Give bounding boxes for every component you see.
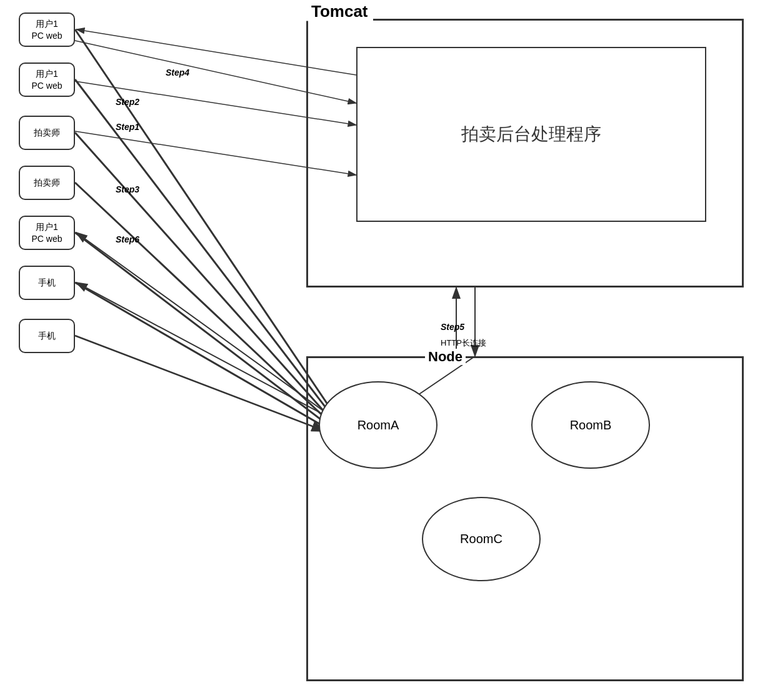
step2-label: Step2	[116, 97, 139, 107]
svg-line-14	[75, 336, 326, 431]
backend-box: 拍卖后台处理程序	[356, 47, 706, 222]
room-a: RoomA	[319, 381, 438, 469]
client-mobile-2: 手机	[19, 319, 75, 353]
step4-label: Step4	[166, 68, 189, 78]
room-b: RoomB	[531, 381, 650, 469]
client-user1-pcweb-2: 用户1 PC web	[19, 62, 75, 97]
room-c: RoomC	[422, 497, 541, 581]
client-mobile-1: 手机	[19, 266, 75, 300]
step6-label: Step6	[116, 234, 139, 244]
svg-line-11	[75, 182, 329, 422]
svg-line-9	[75, 79, 332, 416]
svg-line-10	[75, 132, 331, 419]
http-label: HTTP长连接	[441, 338, 486, 349]
step3-label: Step3	[116, 184, 139, 194]
svg-line-8	[75, 29, 333, 412]
client-user1-pcweb-3: 用户1 PC web	[19, 216, 75, 250]
svg-line-13	[75, 282, 327, 428]
svg-line-15	[76, 232, 326, 412]
svg-line-16	[76, 282, 326, 416]
step5-label: Step5	[441, 322, 464, 332]
client-auctioneer-2: 拍卖师	[19, 166, 75, 200]
diagram-container: Tomcat 拍卖后台处理程序 Node 用户1 PC web 用户1 PC w…	[0, 0, 775, 700]
node-title: Node	[425, 349, 466, 365]
tomcat-title: Tomcat	[306, 2, 373, 21]
client-user1-pcweb-1: 用户1 PC web	[19, 12, 75, 47]
backend-label: 拍卖后台处理程序	[461, 122, 601, 146]
step1-label: Step1	[116, 122, 139, 132]
svg-line-12	[75, 232, 328, 425]
client-auctioneer-1: 拍卖师	[19, 116, 75, 150]
